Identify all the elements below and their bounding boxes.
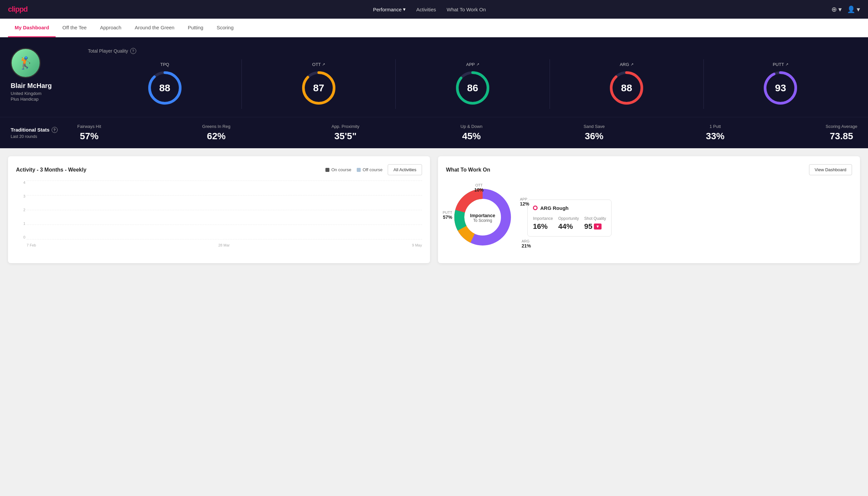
trad-help-icon[interactable]: ?	[52, 127, 58, 133]
metric-importance: Importance 16%	[533, 216, 553, 231]
bar-group	[317, 238, 342, 239]
player-name: Blair McHarg	[11, 82, 52, 90]
trad-stats-title: Traditional Stats	[11, 127, 50, 133]
avatar: 🏌️	[11, 48, 41, 78]
trad-sandsave: Sand Save 36%	[584, 124, 605, 142]
trad-greens: Greens In Reg 62%	[202, 124, 231, 142]
trad-stats-items: Fairways Hit 57% Greens In Reg 62% App. …	[77, 124, 857, 142]
nav-activities[interactable]: Activities	[416, 7, 436, 12]
quality-section: Total Player Quality ? TPQ 88	[88, 48, 857, 109]
wtwo-inner: Importance To Scoring PUTT 57% OTT 10% A…	[446, 181, 852, 255]
tab-around-the-green[interactable]: Around the Green	[128, 19, 181, 37]
quality-putt: PUTT ↗ 93	[704, 59, 857, 109]
bar-group	[54, 238, 79, 239]
shot-quality-badge: ▼	[594, 223, 602, 230]
add-action-button[interactable]: ⊕ ▾	[831, 5, 842, 13]
tab-scoring[interactable]: Scoring	[210, 19, 240, 37]
player-handicap: Plus Handicap	[11, 97, 38, 102]
nav-links: Performance ▾ Activities What To Work On	[373, 6, 486, 12]
x-axis-labels: 7 Feb 28 Mar 9 May	[27, 243, 422, 247]
what-to-work-on-card: What To Work On View Dashboard Importanc…	[438, 156, 860, 263]
tab-off-the-tee[interactable]: Off the Tee	[56, 19, 93, 37]
ott-circle: 87	[300, 69, 337, 106]
donut-center: Importance To Scoring	[470, 213, 495, 223]
top-nav: clippd Performance ▾ Activities What To …	[0, 0, 868, 19]
nav-actions: ⊕ ▾ 👤 ▾	[831, 5, 860, 13]
activity-card: Activity - 3 Months - Weekly On course O…	[8, 156, 430, 263]
quality-arg: ARG ↗ 88	[550, 59, 704, 109]
bar-group	[107, 238, 132, 239]
arg-rough-info-card: ARG Rough Importance 16% Opportunity 44%	[527, 200, 612, 236]
trad-stats-subtitle: Last 20 rounds	[11, 134, 64, 139]
donut-chart-area: Importance To Scoring PUTT 57% OTT 10% A…	[446, 181, 519, 255]
bar-chart: 4 3 2 1 0 7 Feb 28 Mar 9 May	[16, 181, 422, 247]
traditional-stats: Traditional Stats ? Last 20 rounds Fairw…	[0, 117, 868, 148]
quality-tpq: TPQ 88	[88, 59, 241, 109]
activity-card-header: Activity - 3 Months - Weekly On course O…	[16, 164, 422, 175]
plus-circle-icon: ⊕	[831, 5, 837, 13]
metric-opportunity: Opportunity 44%	[558, 216, 579, 231]
y-axis-labels: 4 3 2 1 0	[16, 181, 25, 239]
player-country: United Kingdom	[11, 91, 42, 96]
brand-logo: clippd	[8, 5, 28, 14]
ott-label: OTT 10%	[474, 183, 484, 192]
quality-circles: TPQ 88 OTT ↗	[88, 59, 857, 109]
trad-updown: Up & Down 45%	[461, 124, 483, 142]
bar-group	[81, 238, 106, 239]
all-activities-button[interactable]: All Activities	[388, 164, 422, 175]
nav-performance[interactable]: Performance ▾	[373, 6, 406, 12]
putt-label: PUTT 57%	[443, 211, 452, 220]
wtwo-card-header: What To Work On View Dashboard	[446, 164, 852, 175]
off-course-dot	[357, 168, 361, 172]
wtwo-title: What To Work On	[446, 167, 490, 173]
info-dot	[533, 205, 538, 210]
arg-label: ARG 21%	[522, 239, 531, 248]
legend-on-course: On course	[326, 167, 351, 172]
app-label: APP 12%	[520, 197, 529, 206]
info-card-title: ARG Rough	[533, 205, 606, 211]
tpq-circle: 88	[146, 69, 183, 106]
quality-app: APP ↗ 86	[395, 59, 549, 109]
trad-proximity: App. Proximity 35'5"	[331, 124, 359, 142]
tabs-bar: My Dashboard Off the Tee Approach Around…	[0, 19, 868, 37]
user-icon: 👤	[847, 5, 855, 13]
trad-scoring: Scoring Average 73.85	[826, 124, 857, 142]
user-action-button[interactable]: 👤 ▾	[847, 5, 860, 13]
info-metrics: Importance 16% Opportunity 44% Shot Qual…	[533, 216, 606, 231]
on-course-dot	[326, 168, 329, 172]
tab-approach[interactable]: Approach	[93, 19, 128, 37]
bar-group	[238, 238, 263, 239]
help-icon[interactable]: ?	[130, 48, 136, 54]
tab-my-dashboard[interactable]: My Dashboard	[8, 19, 56, 37]
hero-section: 🏌️ Blair McHarg United Kingdom Plus Hand…	[0, 37, 868, 117]
quality-ott: OTT ↗ 87	[241, 59, 395, 109]
trad-fairways: Fairways Hit 57%	[77, 124, 101, 142]
putt-circle: 93	[762, 69, 799, 106]
player-info: 🏌️ Blair McHarg United Kingdom Plus Hand…	[11, 48, 77, 102]
legend-off-course: Off course	[357, 167, 383, 172]
trad-1putt: 1 Putt 33%	[706, 124, 724, 142]
activity-card-title: Activity - 3 Months - Weekly	[16, 167, 86, 173]
quality-title: Total Player Quality ?	[88, 48, 857, 54]
app-circle: 86	[454, 69, 491, 106]
tab-putting[interactable]: Putting	[181, 19, 210, 37]
bar-group	[265, 238, 289, 239]
chart-legend: On course Off course	[326, 167, 383, 172]
bars-container	[27, 181, 422, 239]
bottom-section: Activity - 3 Months - Weekly On course O…	[0, 148, 868, 271]
arg-circle: 88	[608, 69, 645, 106]
nav-what-to-work-on[interactable]: What To Work On	[447, 7, 486, 12]
view-dashboard-button[interactable]: View Dashboard	[809, 164, 852, 175]
metric-shot-quality: Shot Quality 95 ▼	[584, 216, 606, 231]
